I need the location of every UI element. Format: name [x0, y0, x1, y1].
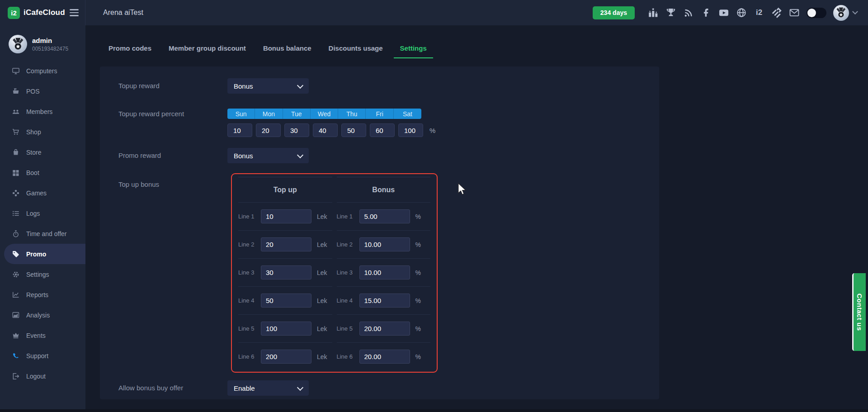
store-icon	[12, 148, 20, 156]
weekday-tab-mon[interactable]: Mon	[255, 109, 283, 119]
topup-percent-input-tue[interactable]	[284, 123, 309, 137]
mail-icon[interactable]	[789, 7, 800, 18]
top-up-line-3-input[interactable]	[261, 265, 311, 279]
column-header: Bonus	[337, 177, 431, 202]
boot-icon	[12, 169, 20, 177]
topup-bonus-table: Top upLine 1LekLine 2LekLine 3LekLine 4L…	[231, 173, 438, 373]
unit-label: Lek	[317, 241, 327, 248]
tab-promo-codes[interactable]: Promo codes	[108, 44, 151, 58]
chevron-down-icon[interactable]	[852, 9, 858, 14]
table-row: Line 6Lek	[238, 342, 332, 370]
top-up-line-2-input[interactable]	[261, 237, 311, 251]
line-label: Line 5	[238, 325, 261, 332]
unit-label: Lek	[317, 213, 327, 220]
sidebar-item-pos[interactable]: POS	[0, 81, 85, 101]
settings-panel: Topup reward Bonus Topup reward percent …	[100, 66, 659, 399]
tab-settings[interactable]: Settings	[400, 44, 427, 58]
sidebar-item-logout[interactable]: Logout	[0, 366, 85, 386]
weekday-tab-sun[interactable]: Sun	[227, 109, 255, 119]
sidebar-item-analysis[interactable]: Analysis	[0, 305, 85, 325]
topup-percent-input-mon[interactable]	[256, 123, 281, 137]
user-name: admin	[32, 37, 68, 44]
sidebar-item-settings[interactable]: Settings	[0, 264, 85, 284]
topup-percent-input-thu[interactable]	[341, 123, 366, 137]
sidebar-item-label: Logout	[26, 373, 46, 380]
user-avatar[interactable]	[9, 35, 27, 53]
bonus-line-3-input[interactable]	[359, 265, 410, 279]
topbar-icon-row: i2	[648, 7, 800, 18]
top-up-line-5-input[interactable]	[261, 322, 311, 336]
tab-bonus-balance[interactable]: Bonus balance	[263, 44, 311, 58]
user-id: 005193482475	[32, 46, 68, 52]
promo-tabs: Promo codesMember group discountBonus ba…	[108, 44, 427, 58]
allow-bonus-buy-offer-select[interactable]: Enable	[227, 380, 309, 396]
line-label: Line 1	[337, 213, 359, 220]
weekday-tab-fri[interactable]: Fri	[366, 109, 393, 119]
table-row: Line 3Lek	[238, 258, 332, 286]
tab-discounts-usage[interactable]: Discounts usage	[329, 44, 383, 58]
bonus-line-1-input[interactable]	[359, 209, 410, 223]
topup-percent-input-sun[interactable]	[227, 123, 252, 137]
bonus-line-2-input[interactable]	[359, 237, 410, 251]
weekday-tab-thu[interactable]: Thu	[338, 109, 366, 119]
sidebar-item-members[interactable]: Members	[0, 101, 85, 122]
tab-member-group-discount[interactable]: Member group discount	[169, 44, 246, 58]
contact-us-button[interactable]: Contact us	[852, 273, 866, 351]
sidebar-item-label: Store	[26, 149, 41, 156]
icafecloud-icon[interactable]: i2	[754, 7, 764, 18]
topup-percent-input-fri[interactable]	[370, 123, 395, 137]
topup-percent-input-sat[interactable]	[398, 123, 423, 137]
sidebar-item-promo[interactable]: Promo	[4, 244, 85, 264]
promo-reward-select[interactable]: Bonus	[227, 148, 309, 163]
toggle-knob	[807, 9, 816, 17]
sidebar-item-computers[interactable]: Computers	[0, 61, 85, 81]
subscription-days-button[interactable]: 234 days	[593, 6, 635, 19]
events-icon	[12, 331, 20, 340]
table-row: Line 2%	[337, 230, 431, 258]
sidebar-item-time-and-offer[interactable]: Time and offer	[0, 223, 85, 244]
theme-toggle[interactable]	[807, 8, 826, 18]
sidebar-item-events[interactable]: Events	[0, 325, 85, 346]
weekday-tab-wed[interactable]: Wed	[311, 109, 338, 119]
sidebar-item-reports[interactable]: Reports	[0, 284, 85, 305]
facebook-icon[interactable]	[701, 7, 712, 18]
line-label: Line 6	[337, 353, 359, 360]
trophy-icon[interactable]	[665, 7, 676, 18]
sidebar-item-store[interactable]: Store	[0, 142, 85, 162]
top-up-line-1-input[interactable]	[261, 209, 311, 223]
topup-reward-select: Bonus	[227, 78, 309, 94]
top-up-line-4-input[interactable]	[261, 294, 311, 308]
user-avatar[interactable]	[833, 5, 849, 21]
globe-icon[interactable]	[736, 7, 747, 18]
sidebar-item-shop[interactable]: Shop	[0, 122, 85, 142]
layers-icon[interactable]	[771, 7, 782, 18]
window-bottom-edge	[0, 409, 868, 412]
unit-label: %	[415, 297, 421, 304]
profile-block: admin 005193482475	[0, 25, 85, 61]
menu-toggle-icon[interactable]	[70, 9, 79, 16]
sidebar-item-logs[interactable]: Logs	[0, 203, 85, 223]
weekday-tab-sat[interactable]: Sat	[394, 109, 421, 119]
line-label: Line 2	[337, 241, 359, 248]
top-up-line-6-input[interactable]	[261, 350, 311, 364]
line-label: Line 3	[337, 269, 359, 276]
page-title: Arena aiTest	[103, 9, 143, 17]
sidebar-item-boot[interactable]: Boot	[0, 162, 85, 183]
app-logo[interactable]: i2 iCafeCloud	[8, 7, 65, 19]
ranking-icon[interactable]	[648, 7, 659, 18]
weekday-tab-tue[interactable]: Tue	[283, 109, 311, 119]
bonus-line-5-input[interactable]	[359, 322, 410, 336]
bonus-line-4-input[interactable]	[359, 294, 410, 308]
logs-icon	[12, 209, 20, 218]
topup-reward-select[interactable]: Bonus	[227, 78, 309, 94]
topbar-actions: 234 days i2	[593, 5, 868, 21]
topup-bonus-label: Top up bonus	[118, 180, 159, 188]
sidebar-item-support[interactable]: Support	[0, 346, 85, 366]
youtube-icon[interactable]	[718, 7, 729, 18]
bonus-line-6-input[interactable]	[359, 350, 410, 364]
sidebar-item-games[interactable]: Games	[0, 183, 85, 203]
logout-icon	[12, 372, 20, 380]
main-content: Promo codesMember group discountBonus ba…	[85, 25, 868, 412]
topup-percent-input-wed[interactable]	[313, 123, 338, 137]
rss-icon[interactable]	[683, 7, 694, 18]
